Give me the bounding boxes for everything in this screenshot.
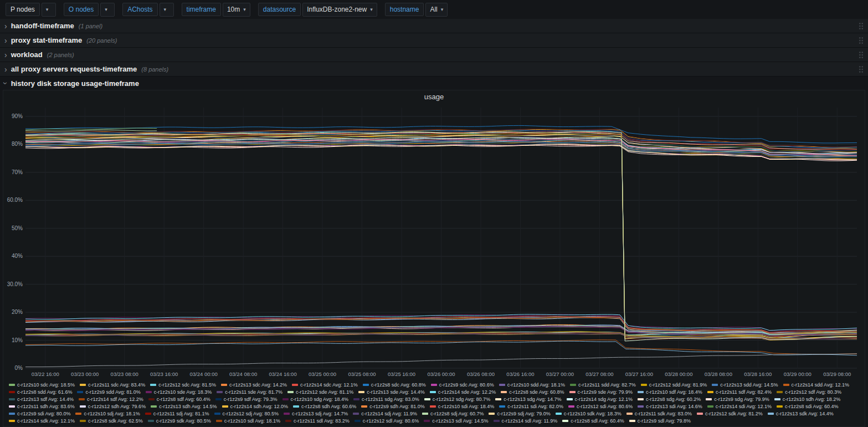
- legend-item[interactable]: c-r1z2s12 sdj Avg: 80.5%: [214, 410, 279, 417]
- legend-item[interactable]: c-r1z2s9 sdi Avg: 80.0%: [9, 410, 70, 417]
- legend-item[interactable]: c-r1z2s10 sde Avg: 18.3%: [146, 389, 212, 395]
- variable-value-p-nodes[interactable]: ▾: [42, 3, 56, 17]
- legend-item[interactable]: c-r1z2s10 sdf Avg: 18.4%: [638, 389, 702, 395]
- legend-item[interactable]: c-r1z2s11 sdh Avg: 83.6%: [9, 403, 75, 410]
- legend-item[interactable]: c-r1z2s11 sdj Avg: 81.1%: [145, 410, 209, 417]
- y-axis-tick-label: 80%: [12, 141, 23, 147]
- legend-series-label: c-r1z2s12 sdj Avg: 80.5%: [223, 410, 279, 417]
- legend-item[interactable]: c-r1z2s9 sdc Avg: 80.6%: [431, 382, 494, 388]
- legend-item[interactable]: c-r1z2s14 sdi Avg: 12.1%: [707, 403, 772, 410]
- legend-item[interactable]: c-r1z2s8 sdf Avg: 60.4%: [148, 396, 210, 403]
- legend-item[interactable]: c-r1z2s9 sdj Avg: 79.0%: [489, 410, 550, 417]
- legend-item[interactable]: c-r1z2s14 sde Avg: 12.2%: [430, 389, 496, 395]
- legend-item[interactable]: c-r1z2s8 sde Avg: 60.8%: [501, 389, 564, 395]
- chevron-right-icon[interactable]: ›: [4, 65, 7, 73]
- legend-item[interactable]: c-r1z2s12 sdf Avg: 80.3%: [777, 389, 841, 395]
- drag-handle-icon[interactable]: [859, 22, 864, 30]
- legend-series-label: c-r1z2s12 sdk Avg: 81.2%: [705, 410, 763, 417]
- legend-item[interactable]: c-r1z2s8 sdj Avg: 60.7%: [422, 410, 484, 417]
- legend-item[interactable]: c-r1z2s12 sdg Avg: 80.7%: [424, 396, 490, 403]
- legend-item[interactable]: c-r1z2s11 sdg Avg: 83.0%: [353, 396, 419, 403]
- legend-item[interactable]: c-r1z2s8 sdl Avg: 60.4%: [562, 418, 624, 424]
- drag-handle-icon[interactable]: [859, 37, 864, 44]
- legend-item[interactable]: c-r1z2s13 sdg Avg: 14.7%: [495, 396, 561, 403]
- legend-item[interactable]: c-r1z2s13 sdl Avg: 14.5%: [424, 418, 488, 424]
- legend-item[interactable]: c-r1z2s9 sdh Avg: 81.0%: [361, 403, 424, 410]
- legend-item[interactable]: c-r1z2s14 sdf Avg: 12.2%: [79, 396, 143, 403]
- legend-item[interactable]: c-r1z2s12 sdc Avg: 81.5%: [150, 382, 216, 388]
- legend-item[interactable]: c-r1z2s10 sdc Avg: 18.5%: [9, 382, 75, 388]
- legend-item[interactable]: c-r1z2s10 sdl Avg: 18.1%: [216, 418, 280, 424]
- chevron-right-icon[interactable]: ›: [4, 22, 7, 30]
- legend-item[interactable]: c-r1z2s10 sdk Avg: 18.3%: [556, 410, 622, 417]
- legend-item[interactable]: c-r1z2s12 sdl Avg: 80.6%: [355, 418, 419, 424]
- legend-item[interactable]: c-r1z2s13 sdk Avg: 14.4%: [768, 410, 834, 417]
- row-header-handoff-timeframe[interactable]: ›handoff-timeframe(1 panel): [0, 19, 868, 33]
- legend-item[interactable]: c-r1z2s13 sdj Avg: 14.7%: [284, 410, 348, 417]
- chevron-right-icon[interactable]: ›: [4, 51, 7, 59]
- legend-item[interactable]: c-r1z2s11 sdc Avg: 83.4%: [80, 382, 145, 388]
- legend-item[interactable]: c-r1z2s8 sdh Avg: 60.6%: [293, 403, 356, 410]
- legend-item[interactable]: c-r1z2s13 sdf Avg: 14.4%: [9, 396, 74, 403]
- variable-value-achosts[interactable]: ▾: [160, 3, 174, 17]
- legend-item[interactable]: c-r1z2s9 sde Avg: 79.9%: [569, 389, 633, 395]
- series-color-icon: [9, 420, 15, 422]
- legend-item[interactable]: c-r1z2s12 sdi Avg: 80.6%: [568, 403, 633, 410]
- variable-value-hostname[interactable]: All▾: [425, 3, 448, 17]
- legend-item[interactable]: c-r1z2s12 sde Avg: 81.1%: [287, 389, 353, 395]
- chevron-right-icon[interactable]: ›: [4, 37, 7, 44]
- usage-chart[interactable]: 0%10%20%30.0%40%50%60.0%70%80%90%03/22 1…: [3, 102, 865, 379]
- variable-value-datasource[interactable]: InfluxDB-zone2-new▾: [302, 3, 377, 17]
- legend-item[interactable]: c-r1z2s9 sdk Avg: 80.5%: [148, 418, 211, 424]
- row-header-all-proxy-servers-requests-timeframe[interactable]: ›all proxy servers requests-timeframe(8 …: [0, 62, 868, 77]
- legend-item[interactable]: c-r1z2s12 sdk Avg: 81.2%: [697, 410, 763, 417]
- legend-item[interactable]: c-r1z2s13 sdc Avg: 14.2%: [221, 382, 287, 388]
- legend-item[interactable]: c-r1z2s13 sde Avg: 14.4%: [358, 389, 424, 395]
- legend-item[interactable]: c-r1z2s11 sdi Avg: 82.0%: [499, 403, 563, 410]
- legend-item[interactable]: c-r1z2s9 sdl Avg: 79.8%: [629, 418, 691, 424]
- legend-item[interactable]: c-r1z2s12 sdd Avg: 81.9%: [641, 382, 707, 388]
- legend-item[interactable]: c-r1z2s10 sdi Avg: 18.4%: [430, 403, 494, 410]
- timeseries-plot[interactable]: 0%10%20%30.0%40%50%60.0%70%80%90%03/22 1…: [3, 102, 864, 379]
- variable-value-timeframe[interactable]: 10m▾: [223, 3, 250, 17]
- legend-item[interactable]: c-r1z2s10 sdg Avg: 18.4%: [283, 396, 348, 403]
- legend-item[interactable]: c-r1z2s11 sde Avg: 81.7%: [217, 389, 283, 395]
- row-header-proxy-stat-timeframe[interactable]: ›proxy stat-timeframe(20 panels): [0, 33, 868, 48]
- legend-item[interactable]: c-r1z2s14 sdg Avg: 12.1%: [567, 396, 633, 403]
- legend-item[interactable]: c-r1z2s11 sdl Avg: 83.2%: [285, 418, 350, 424]
- series-color-icon: [569, 391, 576, 393]
- legend-item[interactable]: c-r1z2s14 sdh Avg: 12.0%: [222, 403, 288, 410]
- variable-label-p-nodes: P nodes: [6, 3, 40, 16]
- legend-item[interactable]: c-r1z2s13 sdh Avg: 14.5%: [151, 403, 217, 410]
- row-header-workload[interactable]: ›workload(2 panels): [0, 48, 868, 62]
- legend-item[interactable]: c-r1z2s8 sdk Avg: 62.5%: [80, 418, 143, 424]
- legend-item[interactable]: c-r1z2s11 sdd Avg: 82.7%: [570, 382, 636, 388]
- legend-item[interactable]: c-r1z2s14 sdk Avg: 12.1%: [9, 418, 75, 424]
- panel-title[interactable]: usage: [3, 90, 865, 102]
- drag-handle-icon[interactable]: [859, 51, 864, 59]
- legend-item[interactable]: c-r1z2s13 sdi Avg: 14.6%: [638, 403, 702, 410]
- legend-item[interactable]: c-r1z2s14 sdd Avg: 12.1%: [783, 382, 849, 388]
- chevron-down-icon[interactable]: ›: [2, 82, 9, 85]
- legend-item[interactable]: c-r1z2s9 sdg Avg: 79.9%: [706, 396, 769, 403]
- legend-item[interactable]: c-r1z2s10 sdj Avg: 18.1%: [75, 410, 140, 417]
- legend-item[interactable]: c-r1z2s10 sdh Avg: 18.2%: [774, 396, 840, 403]
- legend-item[interactable]: c-r1z2s11 sdf Avg: 82.4%: [707, 389, 772, 395]
- legend-item[interactable]: c-r1z2s8 sdg Avg: 60.2%: [638, 396, 701, 403]
- legend-item[interactable]: c-r1z2s9 sdd Avg: 81.0%: [77, 389, 140, 395]
- legend-item[interactable]: c-r1z2s13 sdd Avg: 14.5%: [712, 382, 778, 388]
- variable-value-o-nodes[interactable]: ▾: [100, 3, 115, 17]
- drag-handle-icon[interactable]: [859, 65, 864, 73]
- legend-item[interactable]: c-r1z2s8 sdd Avg: 61.6%: [9, 389, 72, 395]
- legend-item[interactable]: c-r1z2s11 sdk Avg: 83.0%: [626, 410, 692, 417]
- legend-item[interactable]: c-r1z2s14 sdj Avg: 11.9%: [353, 410, 417, 417]
- row-header-history-disk-storage-usage-timeframe[interactable]: ›history disk storage usage-timeframe: [0, 77, 868, 90]
- legend-item[interactable]: c-r1z2s10 sdd Avg: 18.1%: [499, 382, 565, 388]
- legend-item[interactable]: c-r1z2s12 sdh Avg: 79.6%: [80, 403, 146, 410]
- legend-item[interactable]: c-r1z2s14 sdl Avg: 11.9%: [494, 418, 558, 424]
- legend-item[interactable]: c-r1z2s14 sdc Avg: 12.1%: [292, 382, 358, 388]
- legend-item[interactable]: c-r1z2s8 sdc Avg: 60.8%: [363, 382, 426, 388]
- legend-series-label: c-r1z2s13 sde Avg: 14.4%: [367, 389, 424, 395]
- legend-item[interactable]: c-r1z2s8 sdi Avg: 60.4%: [777, 403, 838, 410]
- legend-item[interactable]: c-r1z2s9 sdf Avg: 79.3%: [215, 396, 278, 403]
